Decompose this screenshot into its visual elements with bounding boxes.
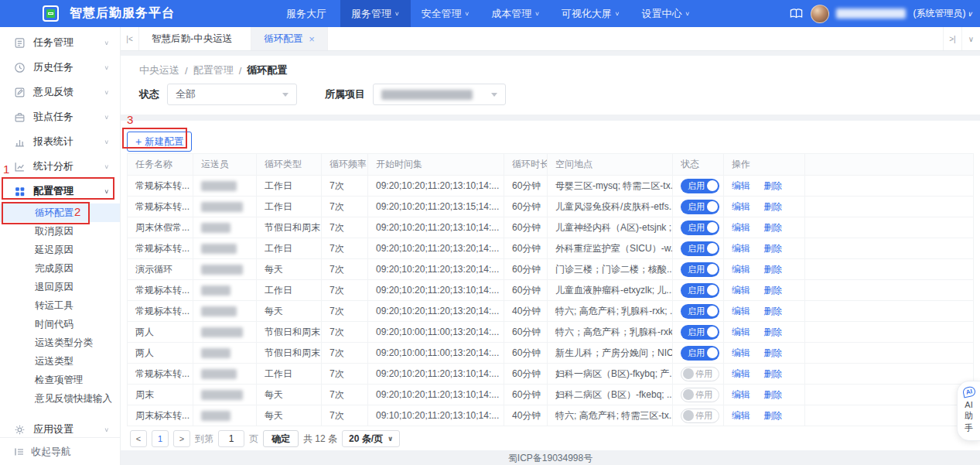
topbar-menu-item[interactable]: 安全管理∨ [411,0,481,27]
status-toggle[interactable]: 启用 [681,325,719,340]
breadcrumb-item[interactable]: 中央运送 [139,63,179,77]
confirm-page-button[interactable]: 确定 [263,430,299,447]
next-page-button[interactable]: > [173,430,190,447]
edit-link[interactable]: 编辑 [732,201,750,212]
sidebar-subitem[interactable]: 取消原因 [0,222,120,241]
topbar-menu-item[interactable]: 服务管理∨ [340,0,411,27]
delete-link[interactable]: 删除 [763,243,782,254]
edit-link[interactable]: 编辑 [732,222,750,233]
sidebar-subitem[interactable]: 意见反馈快捷输入 [0,389,120,408]
status-toggle[interactable]: 启用 [681,304,719,319]
delete-link[interactable]: 删除 [763,389,782,400]
edit-link[interactable]: 编辑 [732,368,750,379]
sidebar-subitem[interactable]: 循环配置 [0,203,120,222]
project-filter-select[interactable] [373,84,506,105]
cell-courier [193,364,257,385]
sidebar-item[interactable]: 驻点任务 ∨ [0,104,120,129]
select-caret-icon [282,93,289,97]
sidebar-item-label: 意见反馈 [33,85,104,99]
delete-link[interactable]: 删除 [763,306,782,316]
cell-start-times: 09:10;10:20;11:20;13:10;14:... [368,405,504,426]
delete-link[interactable]: 删除 [763,347,782,358]
page-size-select[interactable]: 20 条/页 ∨ [342,430,400,447]
collapse-nav-button[interactable]: 收起导航 [0,437,120,465]
edit-link[interactable]: 编辑 [732,285,750,296]
sidebar-subitem[interactable]: 转运工具 [0,296,120,315]
sidebar-subitem[interactable]: 退回原因 [0,278,120,296]
prev-page-button[interactable]: < [130,430,147,447]
delete-link[interactable]: 删除 [763,264,782,275]
status-toggle[interactable]: 启用 [681,221,719,235]
status-toggle[interactable]: 启用 [681,283,719,298]
page-number-button[interactable]: 1 [152,430,169,447]
status-toggle[interactable]: 启用 [681,200,719,214]
breadcrumb-item[interactable]: 配置管理 [193,63,234,77]
sidebar-item[interactable]: 报表统计 ∨ [0,129,120,154]
cell-start-times: 09:20;10:20;11:20;13:10;14:... [368,280,504,301]
sidebar-subitem[interactable]: 时间代码 [0,315,120,333]
status-filter-select[interactable]: 全部 [167,84,297,105]
status-toggle[interactable]: 启用 [681,346,719,361]
filter-panel: 中央运送 / 配置管理 / 循环配置 状态 全部 所属项目 [121,56,980,115]
table-row: 常规标本转... 工作日 7次 09:20;10:20;11:20;13:15;… [128,197,974,217]
edit-link[interactable]: 编辑 [732,243,750,254]
cell-courier [193,259,257,280]
topbar-menu-item[interactable]: 服务大厅 [275,0,340,27]
sidebar-item[interactable]: 历史任务 ∨ [0,55,120,80]
status-toggle[interactable]: 停用 [681,388,719,402]
edit-link[interactable]: 编辑 [732,347,750,358]
status-toggle[interactable]: 启用 [681,241,719,256]
scroll-tabs-right-icon[interactable]: >| [943,27,961,50]
cell-task-name: 常规标本转... [128,197,193,217]
cell-task-name: 周末休假常... [128,217,193,238]
sidebar-subitem[interactable]: 延迟原因 [0,241,120,259]
ai-assistant-button[interactable]: AI AI 助 手 [957,381,980,441]
scroll-tabs-left-icon[interactable]: |< [121,27,139,50]
delete-link[interactable]: 删除 [763,285,782,296]
chevron-down-icon: ∨ [967,10,972,18]
delete-link[interactable]: 删除 [763,180,782,191]
topbar-menu-item[interactable]: 可视化大屏∨ [551,0,631,27]
delete-link[interactable]: 删除 [763,327,782,337]
edit-link[interactable]: 编辑 [732,264,750,275]
edit-link[interactable]: 编辑 [732,410,750,421]
sidebar-item[interactable]: 意见反馈 ∨ [0,80,120,104]
status-toggle[interactable]: 启用 [681,179,719,193]
sidebar-item[interactable]: 统计分析 ∨ [0,154,120,179]
tabs-dropdown-icon[interactable]: ∨ [961,27,980,50]
user-role-dropdown[interactable]: (系统管理员)∨ [913,7,972,20]
delete-link[interactable]: 删除 [763,222,782,233]
status-toggle[interactable]: 启用 [681,262,719,277]
user-avatar[interactable] [811,5,829,23]
goto-page-input[interactable] [218,430,244,447]
sidebar-subitem[interactable]: 运送类型分类 [0,333,120,352]
table-row: 两人 节假日和周末 7次 09:20;10:00;11:00;13:20;14:… [128,343,974,364]
redacted-courier-name [201,181,237,191]
table-row: 周末 每天 7次 09:20;10:20;11:20;13:10;14:... … [128,385,974,405]
sidebar-item[interactable]: 任务管理 ∨ [0,30,120,55]
edit-link[interactable]: 编辑 [732,327,750,337]
status-toggle[interactable]: 停用 [681,409,719,423]
cell-duration: 60分钟 [504,238,548,259]
sidebar-subitem[interactable]: 检查项管理 [0,371,120,389]
delete-link[interactable]: 删除 [763,201,782,212]
cell-duration: 60分钟 [504,343,548,364]
delete-link[interactable]: 删除 [763,410,782,421]
handbook-icon[interactable] [789,8,804,19]
new-config-button[interactable]: + 新建配置 [127,132,192,152]
sidebar-subitem[interactable]: 完成原因 [0,259,120,278]
cell-status: 启用 [673,343,724,364]
close-tab-icon[interactable]: × [309,33,315,45]
topbar-menu-item[interactable]: 设置中心∨ [630,0,701,27]
sidebar-subitem[interactable]: 运送类型 [0,352,120,371]
topbar-menu-item[interactable]: 成本管理∨ [480,0,551,27]
sidebar-item[interactable]: 配置管理 ∨ [0,179,120,203]
delete-link[interactable]: 删除 [763,368,782,379]
cell-start-times: 09:20;10:20;11:20;13:20;14:... [368,301,504,322]
status-toggle[interactable]: 停用 [681,367,719,381]
edit-link[interactable]: 编辑 [732,306,750,316]
tab[interactable]: 智慧后勤-中央运送 [139,27,251,50]
edit-link[interactable]: 编辑 [732,389,750,400]
tab[interactable]: 循环配置× [251,27,328,50]
edit-link[interactable]: 编辑 [732,180,750,191]
